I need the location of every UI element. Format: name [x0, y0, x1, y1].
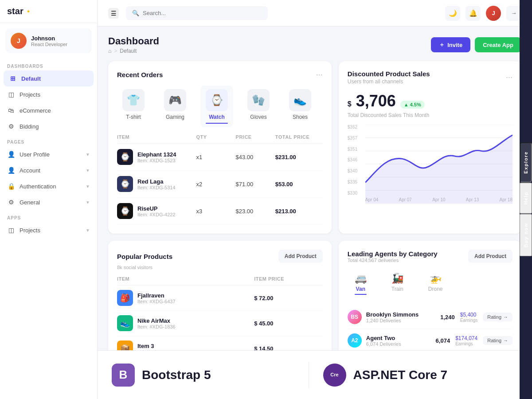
explore-button[interactable]: Explore: [520, 142, 532, 183]
user-avatar[interactable]: J: [486, 6, 501, 21]
bootstrap-icon: B: [119, 368, 128, 382]
y-label-2: $357: [348, 136, 357, 141]
card-header: Discounted Product Sales Users from all …: [348, 70, 512, 85]
table-row: 👟 Nike AirMax Item: #XDG-1836 $ 45.00: [117, 311, 323, 336]
rating-label: Rating: [487, 314, 501, 320]
row-1: Recent Orders ··· 👕 T-shirt 🎮 Gaming ⌚: [108, 61, 521, 234]
theme-toggle-button[interactable]: 🌙: [445, 6, 460, 21]
sidebar-item-bidding[interactable]: ⚙ Bidding: [0, 118, 97, 134]
item-details: Elephant 1324 Item: #XDG-1523: [137, 151, 176, 163]
main-area: ☰ 🔍 🌙 🔔 J → Dashboard ⌂ > De: [98, 0, 532, 399]
add-product-agents-button[interactable]: Add Product: [468, 250, 512, 263]
sidebar-item-ecommerce[interactable]: 🛍 eCommerce: [0, 102, 97, 118]
col-item: ITEM: [117, 276, 254, 282]
sidebar-item-authentication[interactable]: 🔒 Authentication ▼: [0, 178, 97, 194]
tab-gloves[interactable]: 🧤 Gloves: [242, 86, 275, 127]
shoes-icon: 👟: [289, 89, 311, 111]
sales-label: Total Discounted Sales This Month: [348, 112, 512, 118]
more-options-button[interactable]: ···: [316, 70, 323, 79]
discounted-sales-card: Discounted Product Sales Users from all …: [339, 61, 521, 234]
topbar-icons: 🌙 🔔 J →: [445, 6, 521, 21]
tab-gaming[interactable]: 🎮 Gaming: [159, 86, 192, 127]
col-total: TOTAL PRICE: [275, 134, 323, 140]
invite-button[interactable]: ＋ Invite: [431, 37, 470, 52]
buy-now-button[interactable]: Buy now: [520, 214, 532, 256]
y-label-7: $330: [348, 191, 357, 196]
sidebar: star ✦ J Johnson React Developer DASHBOA…: [0, 0, 98, 399]
sidebar-item-account[interactable]: 👤 Account ▼: [0, 162, 97, 178]
delivery-count: 1,240: [440, 314, 455, 321]
tab-label: Watch: [209, 114, 225, 120]
tab-train[interactable]: 🚂 Train: [384, 269, 411, 298]
rating-button[interactable]: Rating →: [483, 336, 512, 345]
sidebar-item-projects-app[interactable]: ◫ Projects ▼: [0, 222, 97, 238]
aspnet-icon: Cre: [330, 372, 338, 377]
notifications-button[interactable]: 🔔: [466, 6, 481, 21]
item-image: ⌚: [117, 149, 133, 165]
page-header: Dashboard ⌂ > Default ＋ Invite Create Ap…: [108, 35, 521, 54]
recent-orders-card: Recent Orders ··· 👕 T-shirt 🎮 Gaming ⌚: [108, 61, 332, 234]
card-title: Popular Products: [117, 253, 172, 260]
promo-overlay: B Bootstrap 5 Cre ASP.NET Core 7: [98, 350, 520, 399]
user-info: Johnson React Developer: [31, 35, 67, 47]
earnings-area: $5,400 Earnings: [460, 312, 477, 323]
amount-value: 3,706: [356, 92, 396, 110]
sidebar-item-general[interactable]: ⚙ General ▼: [0, 194, 97, 210]
avatar: J: [11, 33, 27, 49]
products-table: ITEM ITEM PRICE 🎒 Fjallraven Item: #XDG-…: [117, 276, 323, 361]
projects-app-icon: ◫: [7, 226, 15, 234]
active-indicator: [206, 123, 228, 124]
arrow-right-icon[interactable]: →: [506, 6, 521, 21]
item-cell: 👟 Nike AirMax Item: #XDG-1836: [117, 315, 254, 331]
sidebar-item-user-profile[interactable]: 👤 User Profile ▼: [0, 146, 97, 162]
title-area: Popular Products: [117, 253, 172, 260]
table-row: ⌚ Elephant 1324 Item: #XDG-1523 x1 $43.0…: [117, 144, 323, 171]
menu-icon: ☰: [111, 10, 117, 17]
account-icon: 👤: [7, 166, 15, 174]
tab-shoes[interactable]: 👟 Shoes: [284, 86, 317, 127]
watch-icon: ⌚: [206, 89, 228, 111]
aspnet-label: ASP.NET Core 7: [353, 368, 448, 382]
aspnet-badge: Cre: [323, 364, 346, 387]
more-options-button[interactable]: ···: [506, 73, 512, 82]
card-title: Recent Orders: [117, 71, 163, 78]
card-subtitle: Users from all channels: [348, 78, 430, 85]
user-name: Johnson: [31, 35, 67, 42]
table-row: ⌚ Red Laga Item: #XDG-5314 x2 $71.00 $53…: [117, 171, 323, 198]
create-app-button[interactable]: Create App: [475, 37, 521, 52]
search-input[interactable]: [143, 10, 262, 16]
sidebar-item-label: Account: [20, 167, 40, 174]
page-title: Dashboard: [108, 35, 159, 47]
logo-star-icon: ✦: [26, 8, 31, 15]
item-details: Fjallraven Item: #XDG-6437: [137, 292, 176, 304]
table-row: 🎒 Fjallraven Item: #XDG-6437 $ 72.00: [117, 286, 323, 311]
gaming-icon: 🎮: [164, 89, 186, 111]
help-button[interactable]: Help: [520, 183, 532, 214]
sidebar-item-projects[interactable]: ◫ Projects: [0, 86, 97, 102]
col-price: PRICE: [236, 134, 275, 140]
sidebar-item-label: Default: [21, 75, 41, 82]
side-panel: Explore Help Buy now: [520, 0, 532, 399]
tab-drone[interactable]: 🚁 Drone: [421, 269, 450, 298]
grid-icon: ⊞: [9, 74, 17, 82]
van-icon: 🚐: [355, 273, 367, 284]
user-profile-card[interactable]: J Johnson React Developer: [5, 28, 92, 53]
sidebar-item-default[interactable]: ⊞ Default: [4, 70, 94, 86]
topbar: ☰ 🔍 🌙 🔔 J →: [98, 0, 532, 27]
sidebar-toggle-button[interactable]: ☰: [108, 8, 119, 19]
rating-button[interactable]: Rating →: [483, 313, 512, 321]
tab-watch[interactable]: ⌚ Watch: [200, 86, 233, 127]
arrow-up-icon: ▲: [404, 102, 409, 107]
agent-info: A2 Agent Two 6,074 Deliveries: [348, 333, 401, 348]
card-header: Recent Orders ···: [117, 70, 323, 79]
item-details: Red Laga Item: #XDG-5314: [137, 178, 176, 190]
order-tabs: 👕 T-shirt 🎮 Gaming ⌚ Watch 🧤 Glove: [117, 86, 323, 127]
search-box[interactable]: 🔍: [126, 6, 268, 20]
orders-table: ITEM QTY PRICE TOTAL PRICE ⌚ Elephant 13…: [117, 134, 323, 225]
item-image: ⌚: [117, 203, 133, 219]
add-product-button[interactable]: Add Product: [278, 250, 323, 263]
arrow-icon: →: [503, 338, 508, 343]
tab-van[interactable]: 🚐 Van: [348, 269, 374, 298]
card-header: Leading Agents by Category Total 424,567…: [348, 250, 512, 263]
tab-tshirt[interactable]: 👕 T-shirt: [117, 86, 150, 127]
